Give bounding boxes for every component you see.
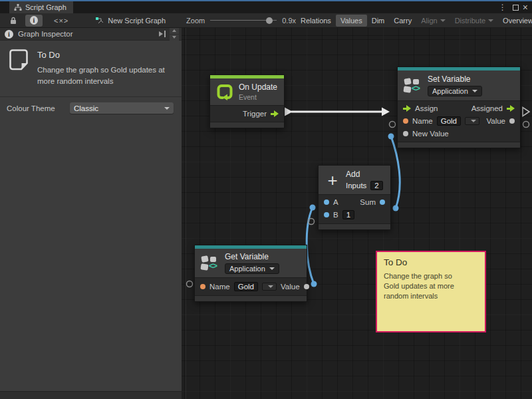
maximize-icon[interactable]: [513, 5, 519, 11]
graph-inspector-panel: i Graph Inspector: [0, 28, 182, 391]
colour-theme-dropdown[interactable]: Classic: [70, 102, 174, 114]
trigger-port-label: Trigger: [243, 110, 267, 118]
distribute-dropdown[interactable]: Distribute: [450, 15, 498, 27]
name-value-dropdown[interactable]: [262, 283, 277, 291]
colour-theme-row: Colour Theme Classic: [0, 97, 182, 119]
tab-script-graph[interactable]: Script Graph: [9, 1, 73, 13]
inputs-count-field[interactable]: 2: [370, 181, 382, 190]
wire-value-to-a: [307, 205, 317, 287]
lock-icon: [10, 17, 17, 25]
port-indicator-add-b: [309, 219, 315, 225]
node-title: On Update: [239, 82, 277, 92]
chevron-down-icon: [268, 285, 273, 288]
info-icon: i: [30, 16, 38, 25]
scroll-up-button[interactable]: [170, 28, 179, 34]
sticky-note[interactable]: To Do Change the graph so Gold updates a…: [376, 251, 486, 332]
toolbar-toggles: Relations Values Dim Carry Align Distrib…: [296, 13, 532, 28]
colour-theme-label: Colour Theme: [7, 104, 70, 112]
panel-bottom-strip: [0, 391, 182, 399]
dim-toggle[interactable]: Dim: [367, 15, 390, 27]
align-dropdown[interactable]: Align: [416, 15, 450, 27]
graph-inspector-title: Graph Inspector: [18, 30, 72, 38]
value-output-port[interactable]: [304, 284, 309, 289]
assign-port-label: Assign: [415, 104, 438, 112]
chevron-down-icon: [164, 107, 170, 110]
relations-toggle[interactable]: Relations: [296, 15, 336, 27]
zoom-value: 0.9x: [282, 17, 296, 25]
node-add[interactable]: + Add Inputs 2 A Sum: [318, 165, 391, 230]
dock-panel-icon[interactable]: [158, 31, 167, 37]
inspector-toggle-button[interactable]: i: [25, 15, 43, 27]
zoom-slider[interactable]: [210, 17, 277, 25]
name-value-field[interactable]: Gold: [234, 282, 258, 291]
name-input-port[interactable]: [403, 118, 408, 124]
variable-icon: <>: [201, 255, 219, 271]
node-footer: [210, 122, 284, 128]
graph-toolbar: i <×> New Script Graph Zoom 0.9x Relatio…: [0, 13, 532, 28]
a-input-port[interactable]: [324, 200, 329, 205]
zoom-control: Zoom 0.9x: [186, 17, 296, 25]
assign-input-port[interactable]: [403, 105, 411, 112]
node-footer: [319, 223, 390, 229]
kebab-menu-icon[interactable]: ⋮: [497, 3, 509, 11]
inputs-label: Inputs: [346, 182, 366, 190]
b-value-field[interactable]: 1: [342, 210, 354, 219]
chevron-down-icon: [471, 120, 476, 122]
script-graph-icon: [14, 3, 22, 11]
value-port-label: Value: [281, 283, 300, 291]
new-value-input-port[interactable]: [403, 131, 408, 136]
code-icon: <×>: [54, 17, 68, 25]
name-value-field[interactable]: Gold: [437, 116, 461, 126]
port-indicator-setvariable-value: [523, 122, 529, 128]
variable-scope-dropdown[interactable]: Application: [428, 86, 482, 96]
plus-icon: +: [325, 174, 340, 187]
chevron-down-icon: [269, 267, 275, 270]
graph-inspector-header: i Graph Inspector: [0, 28, 182, 41]
code-preview-button[interactable]: <×>: [49, 15, 73, 27]
graph-breadcrumb[interactable]: New Script Graph: [90, 15, 170, 27]
unity-script-graph-window: Script Graph ⋮ × i <×> New Script Graph: [0, 0, 532, 399]
node-get-variable[interactable]: <> Get Variable Application Name Gold: [194, 245, 307, 302]
zoom-label: Zoom: [186, 17, 205, 25]
port-indicator-setvariable-assigned: [523, 108, 529, 116]
node-subtitle: Event: [239, 93, 277, 101]
node-on-update[interactable]: On Update Event Trigger: [209, 74, 285, 128]
chevron-down-icon: [440, 19, 446, 22]
graph-breadcrumb-label: New Script Graph: [108, 17, 166, 25]
node-footer: [195, 295, 307, 301]
window-controls: ⋮ ×: [497, 1, 532, 13]
note-title: To Do: [37, 50, 174, 60]
name-value-dropdown[interactable]: [465, 117, 479, 125]
tab-bar: Script Graph ⋮ ×: [0, 1, 532, 13]
values-toggle[interactable]: Values: [336, 15, 367, 27]
b-port-label: B: [333, 211, 338, 219]
overview-button[interactable]: Overview: [498, 15, 532, 27]
name-input-port[interactable]: [200, 284, 205, 289]
zoom-slider-handle[interactable]: [266, 17, 273, 24]
value-output-port[interactable]: [509, 118, 515, 124]
sum-port-label: Sum: [360, 198, 376, 206]
info-icon: i: [5, 30, 13, 39]
node-title: Add: [346, 170, 383, 179]
sticky-note-icon: [9, 49, 29, 71]
graph-canvas[interactable]: On Update Event Trigger <> Set Variable: [182, 28, 532, 399]
carry-toggle[interactable]: Carry: [389, 15, 416, 27]
panel-scroll-arrows: [170, 28, 179, 41]
node-title: Set Variable: [428, 74, 482, 84]
sum-output-port[interactable]: [380, 200, 385, 205]
scroll-down-button[interactable]: [170, 35, 179, 41]
a-port-label: A: [333, 198, 338, 206]
node-set-variable[interactable]: <> Set Variable Application Assign Assig…: [397, 66, 521, 148]
lock-button[interactable]: [5, 15, 21, 27]
on-update-loop-icon: [216, 83, 233, 100]
graph-breadcrumb-icon: [95, 17, 104, 25]
port-indicator-getvariable-name: [187, 281, 193, 287]
triangle-down-icon: [172, 36, 176, 39]
b-input-port[interactable]: [324, 212, 329, 217]
name-port-label: Name: [209, 283, 230, 291]
node-title: Get Variable: [225, 252, 279, 261]
assigned-output-port[interactable]: [507, 105, 515, 112]
flow-output-port[interactable]: [271, 110, 279, 117]
variable-scope-dropdown[interactable]: Application: [225, 263, 279, 274]
close-icon[interactable]: ×: [523, 3, 528, 12]
